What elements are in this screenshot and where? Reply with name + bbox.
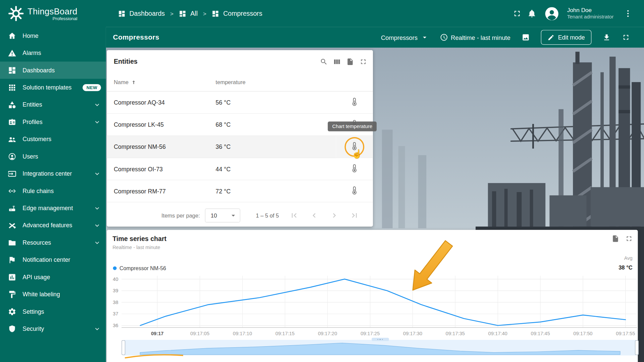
chevron-down-icon [93, 170, 101, 177]
entity-name-cell: Compressor LK-45 [107, 114, 209, 136]
scrubber-move-handle[interactable] [372, 338, 389, 341]
clock-icon [440, 33, 448, 41]
thermometer-icon[interactable] [350, 141, 359, 150]
table-row[interactable]: Compressor RM-7772 °C [107, 180, 373, 202]
next-page-icon[interactable] [330, 211, 339, 220]
sidebar-item-entities[interactable]: Entities [0, 96, 106, 113]
sidebar-item-settings[interactable]: Settings [0, 303, 106, 320]
timewindow-button[interactable]: Realtime - last minute [440, 33, 511, 41]
thermometer-icon[interactable] [350, 186, 359, 195]
gear-icon [8, 307, 16, 316]
action-tooltip: Chart temperature [328, 121, 377, 131]
page-range-label: 1 – 5 of 5 [256, 213, 279, 219]
svg-text:09:17:10: 09:17:10 [233, 331, 252, 336]
table-row[interactable]: Compressor AQ-3456 °C [107, 91, 373, 113]
fullscreen-icon[interactable] [513, 9, 522, 18]
table-row[interactable]: Compressor OI-7344 °C [107, 158, 373, 180]
sidebar-item-integrations-center[interactable]: Integrations center [0, 165, 106, 182]
aggregation-block: Avg 38 °C [619, 255, 633, 271]
sidebar-item-customers[interactable]: Customers [0, 130, 106, 147]
sidebar-item-alarms[interactable]: Alarms [0, 44, 106, 61]
annotation-underline [123, 352, 185, 360]
sidebar-nav: HomeAlarmsDashboardsSolution templatesNE… [0, 27, 106, 338]
entities-table-body: Compressor AQ-3456 °CCompressor LK-4568 … [107, 91, 373, 202]
search-icon[interactable] [320, 58, 328, 65]
chevron-down-icon [93, 222, 101, 229]
more-vert-icon[interactable] [624, 9, 633, 18]
column-header-name[interactable]: Name [107, 73, 209, 91]
sidebar-item-notification-center[interactable]: Notification center [0, 251, 106, 268]
notifications-bell-icon[interactable] [527, 9, 536, 18]
scrubber-right-handle[interactable] [635, 340, 639, 355]
items-per-page-select[interactable]: 10 [205, 208, 240, 223]
widget-fullscreen-icon[interactable] [625, 235, 633, 242]
sidebar-item-profiles[interactable]: Profiles [0, 113, 106, 130]
temperature-cell: 44 °C [209, 158, 336, 180]
warning-icon [8, 49, 16, 57]
breadcrumb-separator: > [203, 10, 206, 17]
user-name: John Doe [567, 7, 614, 14]
sidebar-item-home[interactable]: Home [0, 27, 106, 44]
time-series-plot: 403938373609:1709:17:0509:17:1009:17:150… [107, 271, 638, 341]
chevron-down-icon [93, 204, 101, 212]
brand-subtitle: Professional [28, 16, 77, 21]
sidebar-item-security[interactable]: Security [0, 320, 106, 337]
edit-mode-button[interactable]: Edit mode [541, 30, 591, 45]
columns-icon[interactable] [333, 58, 341, 65]
chart-widget-title: Time series chart [113, 235, 632, 243]
brand-logo[interactable]: ThingsBoard Professional [0, 0, 106, 27]
chart-legend[interactable]: Compressor NM-56 [113, 265, 166, 271]
sidebar-item-users[interactable]: Users [0, 148, 106, 165]
last-page-icon[interactable] [350, 211, 359, 220]
sidebar-item-api-usage[interactable]: API usage [0, 268, 106, 286]
avatar[interactable] [544, 6, 559, 21]
table-row[interactable]: Compressor NM-5636 °C☝ [107, 136, 373, 158]
thermometer-icon[interactable] [350, 97, 359, 106]
breadcrumb-separator: > [170, 10, 173, 17]
temperature-cell: 72 °C [209, 180, 336, 202]
thermometer-icon[interactable] [350, 164, 359, 173]
column-header-temperature[interactable]: temperature [209, 73, 336, 91]
sidebar-item-white-labeling[interactable]: White labeling [0, 286, 106, 303]
shield-icon [8, 324, 16, 333]
dashboard-state-select[interactable]: Compressors [381, 33, 429, 41]
new-badge: NEW [83, 84, 101, 91]
widget-fullscreen-icon[interactable] [359, 58, 367, 65]
user-block[interactable]: John Doe Tenant administrator [567, 7, 614, 20]
sidebar-item-edge-management[interactable]: Edge management [0, 199, 106, 217]
action-cell: ☝ [336, 136, 373, 158]
sidebar-item-dashboards[interactable]: Dashboards [0, 62, 106, 79]
folder-icon [8, 238, 16, 247]
entity-name-cell: Compressor NM-56 [107, 136, 209, 158]
time-range-scrubber[interactable] [123, 340, 637, 356]
chevron-down-icon [93, 325, 101, 333]
first-page-icon[interactable] [289, 211, 299, 220]
toolbar-fullscreen-icon[interactable] [622, 33, 630, 41]
breadcrumb-item-compressors[interactable]: Compressors [212, 10, 262, 17]
sort-ascending-icon [130, 79, 137, 85]
svg-text:09:17:15: 09:17:15 [275, 331, 294, 336]
entity-name-cell: Compressor OI-73 [107, 158, 209, 180]
sidebar-item-solution-templates[interactable]: Solution templatesNEW [0, 79, 106, 96]
download-icon[interactable] [602, 33, 610, 41]
app-window: Dashboards>All>Compressors John Doe Tena… [0, 0, 644, 362]
export-file-icon[interactable] [346, 58, 354, 65]
svg-text:09:17:20: 09:17:20 [318, 331, 337, 336]
sidebar-item-advanced-features[interactable]: Advanced features [0, 217, 106, 234]
action-cell [336, 158, 373, 180]
breadcrumb-item-dashboards[interactable]: Dashboards [118, 10, 165, 17]
export-file-icon[interactable] [611, 235, 619, 242]
entities-widget-actions [320, 58, 367, 65]
construction-icon [8, 221, 16, 230]
sidebar-item-resources[interactable]: Resources [0, 234, 106, 251]
grid-icon [8, 66, 16, 75]
sidebar-item-rule-chains[interactable]: Rule chains [0, 182, 106, 199]
image-export-icon[interactable] [522, 33, 530, 41]
table-footer: Items per page: 10 1 – 5 of 5 [107, 202, 373, 229]
chevron-down-icon [93, 118, 101, 126]
breadcrumb-item-all[interactable]: All [179, 10, 198, 17]
input-icon [8, 169, 16, 178]
previous-page-icon[interactable] [310, 211, 319, 220]
svg-text:09:17: 09:17 [151, 331, 164, 336]
home-icon [8, 32, 16, 40]
